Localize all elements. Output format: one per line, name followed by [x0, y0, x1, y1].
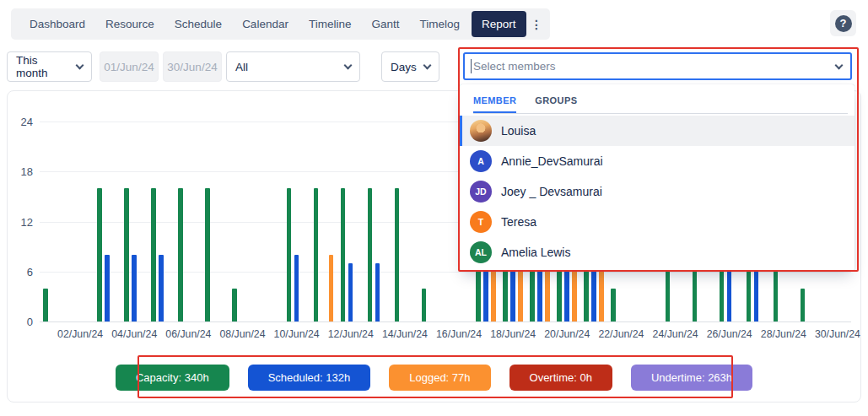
date-range-select[interactable]: This month — [7, 51, 92, 82]
x-axis-tick-28: 28/Jun/24 — [752, 328, 815, 340]
bar-capacity-05 — [151, 188, 156, 321]
bar-capacity-29 — [801, 289, 806, 322]
x-axis-tick-16: 16/Jun/24 — [428, 328, 490, 340]
x-axis-tick-02: 02/Jun/24 — [49, 328, 111, 340]
bar-capacity-04 — [124, 188, 129, 321]
member-dropdown-panel: MEMBERGROUPS LouisaAAnnie_DevSamuraiJDJo… — [460, 84, 855, 271]
tab-resource[interactable]: Resource — [95, 8, 164, 40]
legend-chip-scheduled: Scheduled: 132h — [248, 365, 371, 391]
bar-scheduled-12 — [348, 263, 353, 321]
bar-capacity-08 — [232, 289, 237, 322]
gridline-0 — [40, 321, 851, 322]
bar-scheduled-05 — [159, 255, 164, 321]
tab-timeline[interactable]: Timeline — [299, 8, 362, 40]
bar-capacity-15 — [422, 289, 427, 322]
member-option-annie-devsamurai[interactable]: AAnnie_DevSamurai — [460, 146, 855, 176]
bar-capacity-13 — [368, 188, 373, 321]
end-date-input[interactable]: 30/Jun/24 — [163, 51, 222, 82]
member-option-louisa[interactable]: Louisa — [460, 116, 855, 146]
x-axis-tick-24: 24/Jun/24 — [644, 328, 707, 340]
granularity-value: Days — [391, 61, 417, 73]
legend-chip-overtime: Overtime: 0h — [509, 365, 612, 391]
start-date-value: 01/Jun/24 — [104, 61, 154, 73]
select-members-input[interactable]: Select members — [463, 52, 852, 80]
member-name: Amelia Lewis — [501, 246, 570, 259]
user-photo-avatar — [470, 120, 492, 142]
x-axis-tick-04: 04/Jun/24 — [103, 328, 165, 340]
member-option-teresa[interactable]: TTeresa — [460, 207, 855, 237]
user-initials-avatar: AL — [470, 241, 492, 263]
y-axis-tick-6: 6 — [8, 265, 33, 278]
text-caret — [471, 59, 472, 73]
scope-select[interactable]: All — [226, 51, 360, 82]
member-groups-tabs: MEMBERGROUPS — [460, 84, 855, 113]
bar-scheduled-13 — [375, 263, 380, 321]
chevron-down-icon — [835, 62, 844, 70]
bar-logged-11 — [329, 255, 334, 321]
chart-legend: Capacity: 340hScheduled: 132hLogged: 77h… — [8, 365, 860, 391]
legend-chip-capacity: Capacity: 340h — [116, 365, 229, 391]
x-axis-tick-22: 22/Jun/24 — [590, 328, 652, 340]
help-button[interactable]: ? — [830, 10, 856, 36]
bar-capacity-06 — [178, 188, 183, 321]
legend-chip-undertime: Undertime: 263h — [631, 365, 752, 391]
tab-calendar[interactable]: Calendar — [232, 8, 299, 40]
scope-value: All — [235, 61, 248, 73]
end-date-value: 30/Jun/24 — [167, 61, 217, 73]
bar-scheduled-10 — [294, 255, 299, 321]
panel-tab-member[interactable]: MEMBER — [473, 95, 516, 113]
x-axis-tick-10: 10/Jun/24 — [266, 328, 328, 340]
report-tab-bar: DashboardResourceScheduleCalendarTimelin… — [11, 8, 550, 40]
start-date-input[interactable]: 01/Jun/24 — [100, 51, 159, 82]
question-mark-icon: ? — [835, 15, 852, 32]
member-name: Annie_DevSamurai — [501, 154, 603, 168]
more-tabs-button[interactable]: ⋮ — [528, 18, 547, 31]
bar-capacity-10 — [287, 188, 292, 321]
member-name: Teresa — [501, 215, 536, 229]
bar-capacity-14 — [395, 188, 400, 321]
y-axis-tick-24: 24 — [8, 116, 33, 128]
granularity-select[interactable]: Days — [381, 51, 439, 82]
legend-chip-logged: Logged: 77h — [389, 365, 490, 391]
bar-scheduled-04 — [132, 255, 137, 321]
bar-capacity-22 — [611, 289, 616, 322]
user-initials-avatar: JD — [470, 181, 492, 203]
member-name: Joey _ Devsamurai — [501, 185, 602, 198]
x-axis-tick-08: 08/Jun/24 — [212, 328, 274, 340]
x-axis-tick-26: 26/Jun/24 — [698, 328, 761, 340]
kebab-menu-icon: ⋮ — [531, 18, 543, 31]
member-list: LouisaAAnnie_DevSamuraiJDJoey _ Devsamur… — [460, 114, 855, 267]
tab-timelog[interactable]: Timelog — [409, 8, 470, 40]
tab-report[interactable]: Report — [472, 11, 526, 37]
x-axis-tick-06: 06/Jun/24 — [157, 328, 219, 340]
x-axis-tick-20: 20/Jun/24 — [536, 328, 598, 340]
bar-capacity-07 — [205, 188, 210, 321]
chevron-down-icon — [344, 61, 353, 69]
chevron-down-icon — [76, 61, 84, 69]
member-option-amelia-lewis[interactable]: ALAmelia Lewis — [460, 237, 855, 267]
user-initials-avatar: T — [470, 211, 492, 233]
y-axis-tick-0: 0 — [8, 316, 33, 328]
bar-capacity-12 — [341, 188, 346, 321]
user-initials-avatar: A — [470, 150, 492, 172]
nav-tabs: DashboardResourceScheduleCalendarTimelin… — [19, 8, 528, 40]
chevron-down-icon — [423, 61, 432, 69]
tab-dashboard[interactable]: Dashboard — [19, 8, 95, 40]
tab-gantt[interactable]: Gantt — [361, 8, 409, 40]
y-axis-tick-12: 12 — [8, 215, 33, 228]
panel-tab-groups[interactable]: GROUPS — [535, 95, 577, 113]
member-option-joey-devsamurai[interactable]: JDJoey _ Devsamurai — [460, 176, 855, 207]
x-axis-tick-14: 14/Jun/24 — [374, 328, 436, 340]
x-axis-tick-18: 18/Jun/24 — [482, 328, 544, 340]
bar-capacity-03 — [97, 188, 102, 321]
date-range-value: This month — [16, 54, 70, 79]
bar-capacity-01 — [43, 289, 48, 322]
y-axis-tick-18: 18 — [8, 165, 33, 178]
x-axis-tick-30: 30/Jun/24 — [806, 328, 861, 340]
bar-scheduled-03 — [105, 255, 110, 321]
x-axis-tick-12: 12/Jun/24 — [320, 328, 382, 340]
bar-capacity-11 — [314, 188, 319, 321]
select-members-placeholder: Select members — [473, 60, 829, 73]
tab-schedule[interactable]: Schedule — [164, 8, 232, 40]
member-name: Louisa — [501, 124, 536, 138]
